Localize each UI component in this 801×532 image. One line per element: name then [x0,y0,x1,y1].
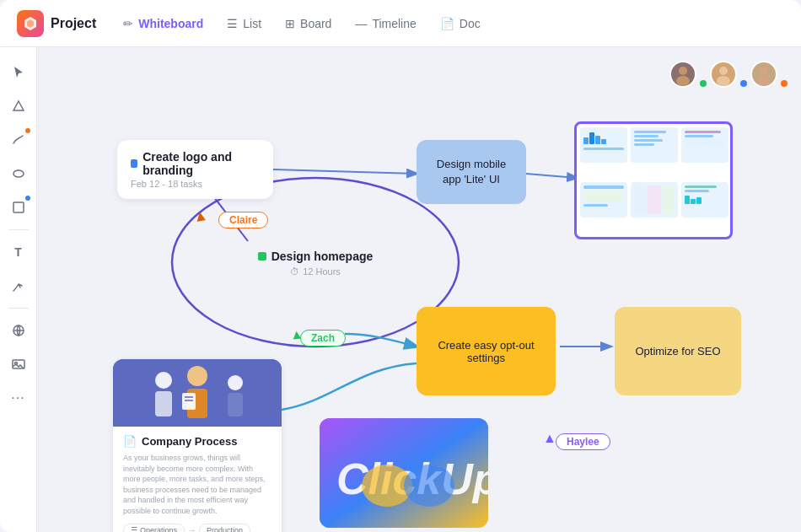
svg-point-8 [676,76,690,86]
nav-board-label: Board [300,17,331,30]
globe-tool[interactable] [3,315,34,346]
logo-card-title: Create logo and branding [142,150,260,177]
arrow-tool[interactable] [3,271,34,301]
company-card-body: 📄 Company Process As your business grows… [113,427,282,532]
clock-icon: ⏱ [290,266,299,277]
svg-point-10 [717,76,730,86]
mobile-app-node[interactable]: Design mobile app 'Lite' UI [417,140,526,204]
company-card-image [113,359,282,427]
svg-point-12 [757,76,771,86]
svg-point-7 [679,67,687,75]
nav-timeline[interactable]: ― Timeline [345,12,426,35]
homepage-title: Design homepage [271,250,374,263]
nav-board[interactable]: ⊞ Board [275,12,341,35]
header-nav: ✏ Whiteboard ☰ List ⊞ Board ― Timeline 📄… [113,12,784,35]
nav-list[interactable]: ☰ List [217,12,271,35]
zach-label: Zach [300,330,346,347]
nav-whiteboard-label: Whiteboard [138,17,203,30]
screenshot-1 [580,127,627,163]
doc-emoji: 📄 [123,435,137,448]
svg-point-9 [719,67,728,75]
seo-title: Optimize for SEO [635,345,720,357]
nav-doc-label: Doc [460,17,481,30]
mobile-app-title: Design mobile app 'Lite' UI [437,158,506,185]
svg-rect-2 [13,202,24,212]
draw-tool[interactable] [3,125,34,155]
avatar-user3 [750,61,777,88]
avatar-group [669,61,788,88]
list-icon: ☰ [227,17,238,30]
nav-list-label: List [243,17,261,30]
nav-whiteboard[interactable]: ✏ Whiteboard [113,12,213,35]
svg-point-11 [760,67,768,75]
nav-doc[interactable]: 📄 Doc [430,12,491,35]
avatar-user2 [710,61,737,88]
company-process-card[interactable]: 📄 Company Process As your business grows… [113,359,282,532]
whiteboard-canvas[interactable]: Create logo and branding Feb 12 - 18 tas… [37,47,801,532]
header: Project ✏ Whiteboard ☰ List ⊞ Board ― Ti… [0,0,801,47]
main-content: T ··· [0,47,801,532]
board-icon: ⊞ [285,17,295,30]
app-logo-icon [17,10,44,37]
svg-point-1 [13,170,24,177]
image-tool[interactable] [3,349,34,379]
homepage-node[interactable]: Design homepage ⏱ 12 Hours [235,224,395,302]
homepage-dot [258,252,266,261]
shape-tool[interactable] [3,91,34,121]
opt-out-node[interactable]: Create easy opt-out settings [417,307,556,395]
company-card-title: 📄 Company Process [123,435,271,448]
svg-point-18 [228,375,243,390]
homepage-sub: 12 Hours [303,266,341,277]
more-tool[interactable]: ··· [3,383,34,413]
card-color-dot [131,159,137,168]
screenshot-4 [580,182,627,218]
avatar-user1 [669,61,696,88]
svg-point-16 [187,366,207,386]
screenshot-2 [631,127,678,163]
svg-rect-19 [228,393,243,416]
cursor-arrow-1: ▲ [191,207,209,227]
left-toolbar: T ··· [0,47,37,532]
screenshots-grid [574,121,733,239]
header-logo: Project [17,10,96,37]
screenshot-5 [631,182,678,218]
company-card-text: As your business grows, things will inev… [123,453,271,517]
cursor-arrow-3: ▲ [543,431,556,446]
screenshot-3 [681,127,728,163]
select-tool[interactable] [3,57,34,88]
opt-out-title: Create easy opt-out settings [427,339,546,364]
app-container: Project ✏ Whiteboard ☰ List ⊞ Board ― Ti… [0,0,801,532]
seo-node[interactable]: Optimize for SEO [615,307,741,395]
status-dot-2 [740,80,747,87]
ellipse-tool[interactable] [3,159,34,189]
project-title: Project [51,16,96,31]
status-dot-1 [700,80,707,87]
timeline-icon: ― [355,17,367,30]
svg-rect-15 [155,391,172,416]
svg-point-26 [404,465,454,507]
logo-branding-card[interactable]: Create logo and branding Feb 12 - 18 tas… [117,140,273,199]
svg-rect-20 [182,393,196,410]
logo-card-sub: Feb 12 - 18 tasks [131,179,260,189]
pill-list: ☰ Operations [123,524,185,532]
haylee-label: Haylee [556,433,610,450]
doc-icon: 📄 [440,17,454,30]
nav-timeline-label: Timeline [372,17,416,30]
pill-production: Production [199,524,250,532]
rect-tool[interactable] [3,192,34,223]
svg-marker-0 [13,101,24,110]
whiteboard-icon: ✏ [123,17,133,30]
clickup-image: ClickUp [320,418,488,528]
screenshot-6 [681,182,728,218]
text-tool[interactable]: T [3,237,34,267]
svg-point-14 [155,372,172,389]
status-dot-3 [781,80,788,87]
company-card-pills: ☰ Operations → Production [123,524,271,532]
